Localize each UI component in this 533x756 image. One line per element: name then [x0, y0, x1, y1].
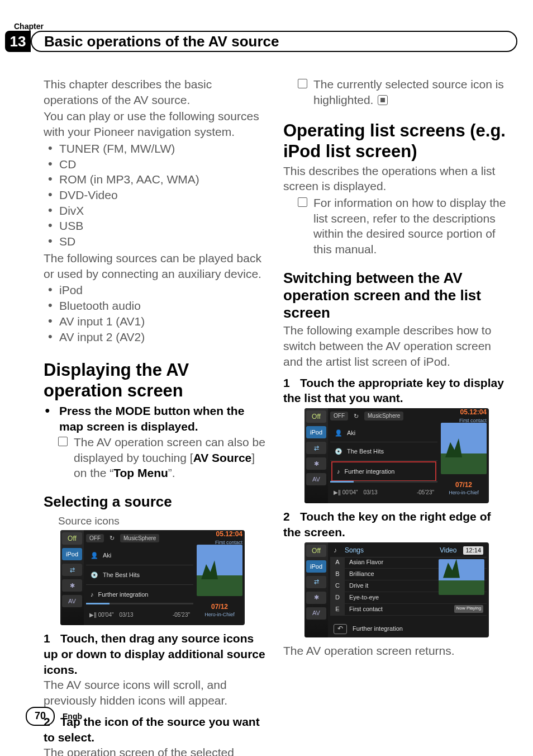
sidebar-row-icon: ⇄ — [62, 564, 82, 576]
figure-topbar: OFF ↻ MusicSphere 05.12:04 First contact — [86, 532, 242, 544]
bottom-right-counter: 07/12 Hero-in-Chief — [197, 603, 242, 623]
list-footer: ↶ Further integration — [330, 623, 487, 635]
bottom-right-counter: 07/12 Hero-in-Chief — [441, 481, 487, 501]
chapter-title-capsule: Basic operations of the AV source — [31, 31, 517, 52]
sidebar-row-icon: ✱ — [62, 579, 82, 592]
left-column: This chapter describes the basic operati… — [44, 77, 266, 689]
sources-list-a: TUNER (FM, MW/LW) CD ROM (in MP3, AAC, W… — [44, 141, 266, 249]
chapter-number: 13 — [5, 31, 31, 52]
heading-switching: Switching between the AV operation scree… — [283, 270, 506, 322]
now-playing-badge: Now Playing — [454, 605, 483, 613]
page-number: 70 — [26, 707, 55, 726]
chapter-title: Basic operations of the AV source — [44, 32, 279, 51]
step-1: 1Touch, then drag any source icons up or… — [44, 631, 266, 677]
sidebar-row-icon: AV — [62, 595, 82, 607]
note-item: For information on how to display the li… — [283, 195, 506, 257]
note-list-ref: For information on how to display the li… — [283, 195, 506, 257]
back-icon: ↶ — [334, 624, 347, 634]
footer-item: Further integration — [353, 625, 403, 633]
p-desc: This describes the operations when a lis… — [283, 163, 506, 194]
step-2-body: The operation screen of the selected sou… — [44, 745, 266, 756]
figure-av-operation-2: Off iPod ⇄ ✱ AV OFF ↻ MusicSphere 05.12:… — [304, 408, 489, 503]
music-note-icon: ♪ — [334, 546, 337, 555]
track-row: 💿The Best Hits — [330, 442, 437, 461]
note-text: The AV operation screen can also be disp… — [74, 436, 265, 479]
track-row: 👤Aki — [330, 424, 437, 442]
sidebar-row-icon: ⇄ — [306, 442, 326, 454]
track-row: ♪Further integration — [86, 585, 193, 604]
tag-off: OFF — [330, 412, 348, 420]
loop-icon: ↻ — [354, 412, 359, 420]
list-item: ROM (in MP3, AAC, WMA) — [44, 172, 266, 187]
figure-pane: 👤Aki 💿The Best Hits ♪Further integration — [86, 546, 193, 604]
progress-bar — [330, 481, 437, 483]
step-press-mode: Press the MODE button when the map scree… — [44, 403, 266, 434]
figure-sidebar: Off iPod ⇄ ✱ AV — [304, 542, 328, 637]
heading-displaying-av: Displaying the AV operation screen — [44, 360, 266, 401]
ipod-button: iPod — [306, 560, 326, 573]
list-item: Bluetooth audio — [44, 298, 266, 314]
intro-paragraph-3: The following sources can be played back… — [44, 251, 266, 281]
list-item: TUNER (FM, MW/LW) — [44, 141, 266, 157]
clock-time: 05.12:04 — [216, 530, 242, 538]
off-button: Off — [62, 532, 82, 545]
list-item: DivX — [44, 203, 266, 219]
sidebar-row-icon: AV — [306, 607, 326, 620]
list-item: CD — [44, 157, 266, 172]
sidebar-row-icon: AV — [306, 473, 326, 485]
intro-paragraph-1: This chapter describes the basic operati… — [44, 77, 266, 107]
end-stop-icon — [378, 95, 388, 105]
note-list: The AV operation screen can also be disp… — [44, 434, 266, 481]
list-item: USB — [44, 218, 266, 234]
thumbnail-image — [197, 545, 242, 596]
list-item: SD — [44, 234, 266, 249]
figure-pane: 👤Aki 💿The Best Hits ♪Further integration — [330, 424, 437, 482]
note-icon — [58, 437, 68, 446]
figure-bottom-bar: ▶ǁ 00'04" 03/13 -05'23" — [330, 484, 437, 501]
list-item: AV input 1 (AV1) — [44, 314, 266, 329]
tag-musicsphere: MusicSphere — [120, 534, 159, 542]
figure-list-screen: Off iPod ⇄ ✱ AV ♪ Songs Video 12:14 AAsi… — [304, 542, 489, 637]
thumbnail-image — [441, 423, 487, 474]
track-row: 💿The Best Hits — [86, 565, 193, 585]
p-return: The AV operation screen returns. — [283, 643, 506, 659]
step-1-body: The AV source icons will scroll, and pre… — [44, 677, 266, 708]
note-list-right: The currently selected source icon is hi… — [283, 77, 506, 107]
heading-selecting-source: Selecting a source — [44, 493, 266, 511]
sidebar-row-icon: ✱ — [306, 457, 326, 470]
page-footer: 70 Engb — [26, 707, 82, 726]
figure-bottom-bar: ▶ǁ 00'04" 03/13 -05'23" — [86, 606, 193, 623]
list-item: DVD-Video — [44, 187, 266, 203]
figure-sidebar: Off iPod ⇄ ✱ AV — [60, 530, 84, 625]
off-button: Off — [306, 545, 326, 557]
sidebar-row-icon: ✱ — [306, 592, 326, 604]
right-column: The currently selected source icon is hi… — [283, 77, 506, 689]
note-item: The AV operation screen can also be disp… — [44, 434, 266, 481]
track-row-highlighted: ♪Further integration — [331, 461, 436, 481]
ipod-button: iPod — [62, 548, 82, 560]
lang-code: Engb — [63, 711, 82, 721]
songs-label: Songs — [345, 546, 364, 555]
sidebar-row-icon: ⇄ — [306, 576, 326, 588]
off-button: Off — [306, 410, 326, 423]
chapter-label: Chapter — [14, 21, 44, 31]
right-step-2: 2Touch the key on the right edge of the … — [283, 509, 506, 540]
figure-sidebar: Off iPod ⇄ ✱ AV — [304, 408, 328, 503]
p-switch: The following example describes how to s… — [283, 323, 506, 369]
progress-bar — [86, 603, 193, 604]
note-icon — [298, 79, 307, 88]
ipod-button: iPod — [306, 426, 326, 438]
track-row: 👤Aki — [86, 546, 193, 565]
figure-topbar: OFF ↻ MusicSphere 05.12:04 First contact — [330, 410, 487, 422]
note-icon — [298, 197, 307, 207]
list-item: AV input 2 (AV2) — [44, 329, 266, 345]
clock-time: 05.12:04 — [460, 408, 487, 417]
right-step-1: 1Touch the appropriate key to display th… — [283, 375, 506, 406]
tag-off: OFF — [86, 534, 104, 542]
video-label: Video — [440, 546, 456, 555]
caption-source-icons: Source icons — [58, 514, 266, 528]
sources-list-b: iPod Bluetooth audio AV input 1 (AV1) AV… — [44, 282, 266, 344]
figure-av-operation-1: Off iPod ⇄ ✱ AV OFF ↻ MusicSphere 05.12:… — [60, 530, 245, 625]
heading-operating-list: Operating list screens (e.g. iPod list s… — [283, 121, 506, 162]
loop-icon: ↻ — [110, 534, 115, 542]
